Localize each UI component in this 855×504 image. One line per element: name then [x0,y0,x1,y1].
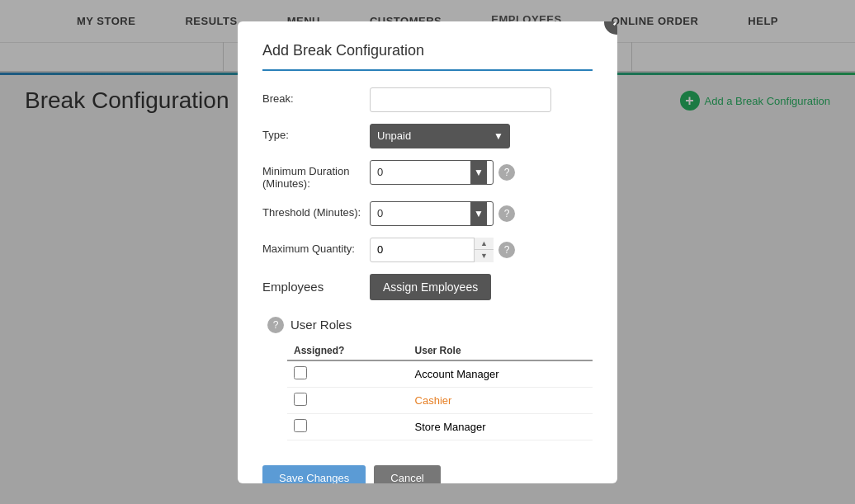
min-duration-field-row: Minimum Duration (Minutes): 0 5 10 15 30… [262,160,593,190]
max-quantity-label: Maximum Quantity: [262,238,370,255]
employees-row: Employees Assign Employees [262,274,593,300]
cashier-checkbox[interactable] [294,393,307,406]
col-user-role: User Role [409,341,593,360]
type-label: Type: [262,124,370,141]
min-duration-help-icon[interactable]: ? [498,164,515,181]
cancel-button[interactable]: Cancel [374,465,440,483]
modal-title: Add Break Configuration [262,42,593,71]
user-roles-help-icon[interactable]: ? [267,317,284,333]
user-roles-table: Assigned? User Role Account Manager [287,341,593,440]
break-label: Break: [262,87,370,105]
modal-footer: Save Changes Cancel [262,457,593,483]
role-name-cell: Cashier [409,387,593,413]
table-row: Cashier [287,387,593,413]
assigned-checkbox-cell [287,413,409,440]
close-button[interactable]: ✕ [604,21,617,35]
table-row: Account Manager [287,360,593,388]
modal-overlay: ✕ Add Break Configuration Break: Type: U… [0,0,855,504]
threshold-select[interactable]: 0 5 10 15 30 [370,201,494,226]
employees-label: Employees [262,280,370,294]
user-roles-title: User Roles [291,318,352,332]
assign-employees-button[interactable]: Assign Employees [370,274,491,300]
user-roles-section: ? User Roles Assigned? User Role Account [262,317,593,440]
role-name-cell: Store Manager [409,413,593,440]
type-field-row: Type: Unpaid Paid ▼ [262,124,593,148]
max-quantity-field-row: Maximum Quantity: ▲ ▼ ? [262,238,593,262]
threshold-label: Threshold (Minutes): [262,201,370,219]
col-assigned: Assigned? [287,341,409,360]
assigned-checkbox-cell [287,360,409,388]
store-manager-checkbox[interactable] [294,419,307,432]
table-header-row: Assigned? User Role [287,341,593,360]
min-duration-label: Minimum Duration (Minutes): [262,160,370,190]
account-manager-checkbox[interactable] [294,366,307,379]
quantity-spinner: ▲ ▼ [474,238,494,262]
user-roles-header: ? User Roles [262,317,593,333]
table-row: Store Manager [287,413,593,440]
role-name-cell: Account Manager [409,360,593,388]
type-select[interactable]: Unpaid Paid [370,124,510,148]
break-field-row: Break: [262,87,593,112]
assigned-checkbox-cell [287,387,409,413]
quantity-up-button[interactable]: ▲ [475,238,494,251]
threshold-field-row: Threshold (Minutes): 0 5 10 15 30 ▼ ? [262,201,593,226]
quantity-down-button[interactable]: ▼ [475,250,494,262]
threshold-help-icon[interactable]: ? [498,205,515,222]
max-quantity-help-icon[interactable]: ? [498,242,515,258]
break-input[interactable] [370,87,551,112]
min-duration-select[interactable]: 0 5 10 15 30 [370,160,494,185]
save-changes-button[interactable]: Save Changes [262,465,366,483]
modal-dialog: ✕ Add Break Configuration Break: Type: U… [238,21,617,483]
